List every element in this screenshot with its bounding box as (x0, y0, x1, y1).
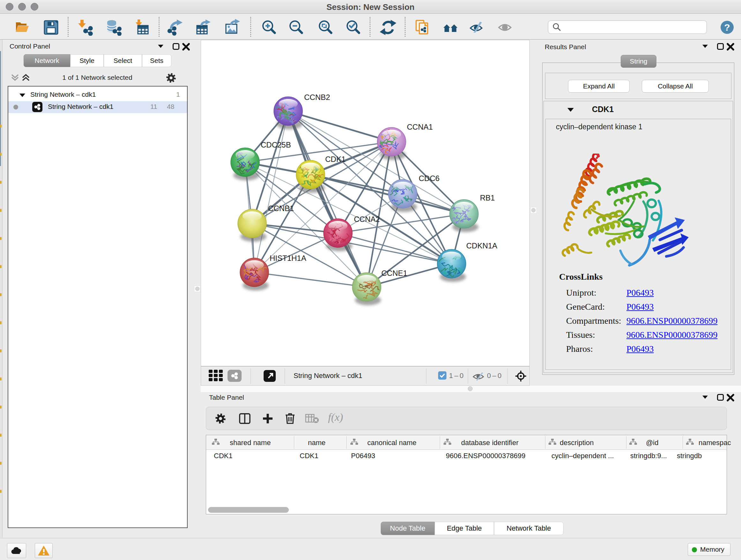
svg-text:CCNB2: CCNB2 (304, 93, 330, 102)
svg-text:CCNA1: CCNA1 (407, 123, 433, 131)
svg-text:HIST1H1A: HIST1H1A (270, 254, 307, 262)
svg-text:CCNE1: CCNE1 (381, 269, 407, 277)
svg-text:CCNB1: CCNB1 (268, 204, 294, 212)
svg-text:CDK1: CDK1 (325, 155, 346, 164)
svg-text:RB1: RB1 (480, 193, 495, 202)
svg-text:CCNA2: CCNA2 (354, 215, 380, 224)
svg-text:CDC25B: CDC25B (261, 140, 291, 149)
svg-text:CDKN1A: CDKN1A (466, 241, 497, 250)
svg-text:CDC6: CDC6 (419, 174, 440, 183)
